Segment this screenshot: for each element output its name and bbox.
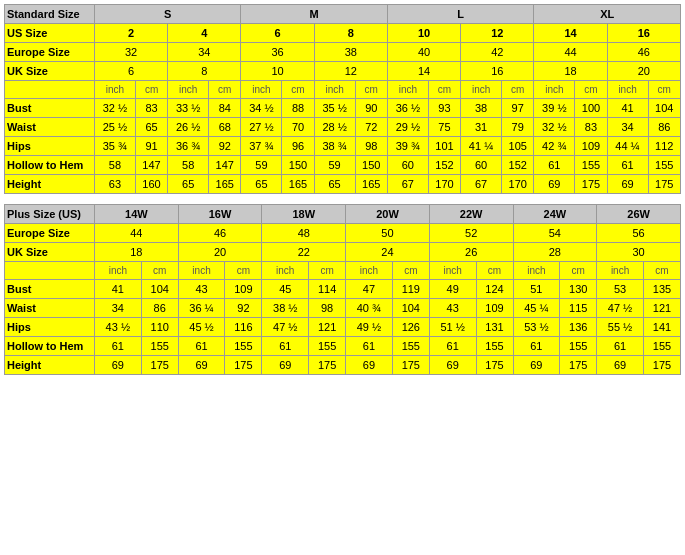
table1-waist-4: 27 ½ xyxy=(241,118,282,137)
table1-unit-inch-4: inch xyxy=(314,81,355,99)
table2-uk-22: 22 xyxy=(262,243,346,262)
table2-bust-label: Bust xyxy=(5,280,95,299)
table1-unit-inch-8: inch xyxy=(607,81,648,99)
table2-eu-46: 46 xyxy=(178,224,262,243)
table2-hips-9: 131 xyxy=(476,318,513,337)
table2-title: Plus Size (US) xyxy=(5,205,95,224)
table2-height-4: 69 xyxy=(262,356,309,375)
table2-bust-2: 43 xyxy=(178,280,225,299)
table2-unit-inch-1: inch xyxy=(95,262,142,280)
table2-hollow-5: 155 xyxy=(309,337,346,356)
table1-bust-2: 33 ½ xyxy=(168,99,209,118)
table2-bust-13: 135 xyxy=(643,280,680,299)
table2-eu-54: 54 xyxy=(513,224,597,243)
table2-waist-3: 92 xyxy=(225,299,262,318)
table1-height-1: 160 xyxy=(135,175,167,194)
table1-uk-10: 10 xyxy=(241,62,314,81)
table1-bust-9: 93 xyxy=(428,99,460,118)
table1-hips-12: 42 ¾ xyxy=(534,137,575,156)
table2-unit-cm-5: cm xyxy=(476,262,513,280)
table2-hollow-11: 155 xyxy=(560,337,597,356)
plus-size-table: Plus Size (US) 14W 16W 18W 20W 22W 24W 2… xyxy=(4,204,681,375)
table2-26w: 26W xyxy=(597,205,681,224)
table2-20w: 20W xyxy=(346,205,430,224)
table2-hollow-4: 61 xyxy=(262,337,309,356)
table1-us-12: 12 xyxy=(461,24,534,43)
table2-waist-0: 34 xyxy=(95,299,142,318)
table1-bust-14: 41 xyxy=(607,99,648,118)
table2-height-6: 69 xyxy=(346,356,393,375)
table1-uk-14: 14 xyxy=(387,62,460,81)
table2-eu-48: 48 xyxy=(262,224,346,243)
table1-hollow-10: 60 xyxy=(461,156,502,175)
table1-unit-cm-6: cm xyxy=(502,81,534,99)
table1-hollow-3: 147 xyxy=(209,156,241,175)
table1-eu-40: 40 xyxy=(387,43,460,62)
table2-hips-label: Hips xyxy=(5,318,95,337)
table1-unit-inch-3: inch xyxy=(241,81,282,99)
table1-us-size-label: US Size xyxy=(5,24,95,43)
table1-bust-15: 104 xyxy=(648,99,681,118)
table1-bust-4: 34 ½ xyxy=(241,99,282,118)
table1-height-11: 170 xyxy=(502,175,534,194)
table2-bust-10: 51 xyxy=(513,280,560,299)
table2-height-11: 175 xyxy=(560,356,597,375)
table1-unit-cm-1: cm xyxy=(135,81,167,99)
table2-bust-9: 124 xyxy=(476,280,513,299)
table2-unit-cm-7: cm xyxy=(643,262,680,280)
table2-hollow-13: 155 xyxy=(643,337,680,356)
table2-waist-12: 47 ½ xyxy=(597,299,644,318)
table1-bust-1: 83 xyxy=(135,99,167,118)
table2-bust-11: 130 xyxy=(560,280,597,299)
table1-bust-10: 38 xyxy=(461,99,502,118)
table1-hollow-2: 58 xyxy=(168,156,209,175)
table2-14w: 14W xyxy=(95,205,179,224)
table2-hips-8: 51 ½ xyxy=(429,318,476,337)
table1-waist-13: 83 xyxy=(575,118,607,137)
table1-title: Standard Size xyxy=(5,5,95,24)
table1-europe-label: Europe Size xyxy=(5,43,95,62)
table1-waist-2: 26 ½ xyxy=(168,118,209,137)
table2-bust-0: 41 xyxy=(95,280,142,299)
table1-hollow-12: 61 xyxy=(534,156,575,175)
table2-22w: 22W xyxy=(429,205,513,224)
table2-bust-5: 114 xyxy=(309,280,346,299)
table1-waist-0: 25 ½ xyxy=(95,118,136,137)
table2-hollow-7: 155 xyxy=(392,337,429,356)
table1-height-9: 170 xyxy=(428,175,460,194)
table2-hollow-label: Hollow to Hem xyxy=(5,337,95,356)
table1-height-5: 165 xyxy=(282,175,314,194)
table2-uk-label: UK Size xyxy=(5,243,95,262)
table2-waist-7: 104 xyxy=(392,299,429,318)
table1-waist-10: 31 xyxy=(461,118,502,137)
table2-waist-5: 98 xyxy=(309,299,346,318)
table2-waist-6: 40 ¾ xyxy=(346,299,393,318)
table1-hollow-4: 59 xyxy=(241,156,282,175)
table2-height-10: 69 xyxy=(513,356,560,375)
table2-unit-cm-3: cm xyxy=(309,262,346,280)
table1-unit-inch-5: inch xyxy=(387,81,428,99)
table1-us-16: 16 xyxy=(607,24,680,43)
table1-us-6: 6 xyxy=(241,24,314,43)
table2-unit-inch-4: inch xyxy=(346,262,393,280)
table1-waist-15: 86 xyxy=(648,118,681,137)
table1-unit-cm-3: cm xyxy=(282,81,314,99)
table2-height-label: Height xyxy=(5,356,95,375)
table1-us-4: 4 xyxy=(168,24,241,43)
table1-uk-18: 18 xyxy=(534,62,607,81)
table1-eu-36: 36 xyxy=(241,43,314,62)
size-chart: Standard Size S M L XL US Size 2 4 6 8 1… xyxy=(0,0,685,389)
table1-hollow-13: 155 xyxy=(575,156,607,175)
table2-height-9: 175 xyxy=(476,356,513,375)
table1-hips-2: 36 ¾ xyxy=(168,137,209,156)
table1-bust-7: 90 xyxy=(355,99,387,118)
table2-hips-12: 55 ½ xyxy=(597,318,644,337)
table2-hollow-12: 61 xyxy=(597,337,644,356)
table1-waist-3: 68 xyxy=(209,118,241,137)
table2-hips-6: 49 ½ xyxy=(346,318,393,337)
table2-height-3: 175 xyxy=(225,356,262,375)
table2-hips-0: 43 ½ xyxy=(95,318,142,337)
table1-unit-inch-7: inch xyxy=(534,81,575,99)
standard-size-table: Standard Size S M L XL US Size 2 4 6 8 1… xyxy=(4,4,681,194)
table2-unit-spacer xyxy=(5,262,95,280)
